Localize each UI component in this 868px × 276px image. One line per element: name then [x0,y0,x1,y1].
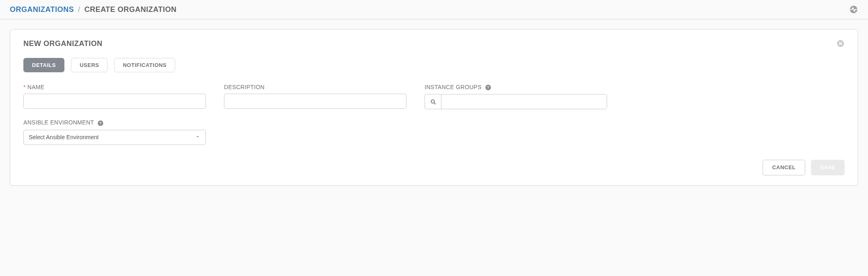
field-name: *NAME [23,84,206,109]
ansible-environment-select-wrap: Select Ansible Environment [23,130,206,145]
close-icon[interactable] [836,39,845,48]
cancel-button[interactable]: CANCEL [763,160,805,175]
ansible-environment-label-text: ANSIBLE ENVIRONMENT [23,119,94,126]
field-ansible-environment: ANSIBLE ENVIRONMENT ? Select Ansible Env… [23,119,206,145]
panel-tabs: DETAILS USERS NOTIFICATIONS [23,58,845,72]
breadcrumb: ORGANIZATIONS / CREATE ORGANIZATION [0,0,868,19]
instance-groups-lookup [425,94,607,109]
name-label-text: NAME [27,84,45,90]
ansible-environment-select[interactable]: Select Ansible Environment [23,130,206,145]
ansible-environment-label: ANSIBLE ENVIRONMENT ? [23,119,206,126]
form-actions: CANCEL SAVE [23,160,845,175]
help-icon[interactable]: ? [485,84,491,91]
save-button[interactable]: SAVE [811,160,845,175]
name-input[interactable] [23,94,206,109]
help-icon[interactable]: ? [97,120,104,126]
tab-details[interactable]: DETAILS [23,58,64,72]
breadcrumb-organizations-link[interactable]: ORGANIZATIONS [10,5,74,14]
svg-line-5 [434,103,435,104]
field-description: DESCRIPTION [224,84,407,109]
svg-text:?: ? [487,86,489,90]
panel-header: NEW ORGANIZATION [23,39,845,58]
new-organization-panel: NEW ORGANIZATION DETAILS USERS NOTIFICAT… [10,29,858,186]
instance-groups-label: INSTANCE GROUPS ? [425,84,607,91]
svg-text:?: ? [99,121,102,125]
field-instance-groups: INSTANCE GROUPS ? [425,84,607,109]
description-input[interactable] [224,94,407,109]
breadcrumb-separator: / [78,5,80,14]
name-label: *NAME [23,84,206,90]
breadcrumb-current: CREATE ORGANIZATION [85,5,177,14]
form-row-1: *NAME DESCRIPTION INSTANCE GROUPS ? [23,84,845,109]
required-asterisk: * [23,84,26,90]
form-row-2: ANSIBLE ENVIRONMENT ? Select Ansible Env… [23,119,845,145]
activity-stream-icon[interactable] [849,5,858,14]
panel-title: NEW ORGANIZATION [23,39,103,48]
tab-notifications[interactable]: NOTIFICATIONS [114,58,175,72]
instance-groups-lookup-button[interactable] [425,94,441,109]
tab-users[interactable]: USERS [71,58,107,72]
instance-groups-label-text: INSTANCE GROUPS [425,84,482,90]
description-label: DESCRIPTION [224,84,407,90]
search-icon [430,99,436,105]
breadcrumb-path: ORGANIZATIONS / CREATE ORGANIZATION [10,5,177,14]
instance-groups-input[interactable] [441,94,607,109]
